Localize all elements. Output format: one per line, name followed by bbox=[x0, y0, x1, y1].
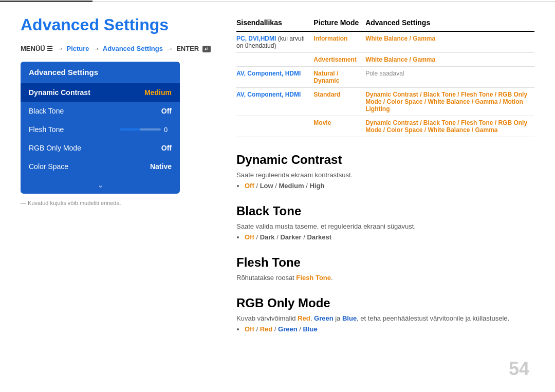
table-row: AV, Component, HDMI Natural / Dynamic Po… bbox=[236, 67, 534, 88]
table-cell-settings-5: Dynamic Contrast / Black Tone / Flesh To… bbox=[365, 116, 534, 137]
panel-title: Advanced Settings bbox=[21, 62, 180, 83]
table-cell-source-4: AV, Component, HDMI bbox=[236, 88, 313, 116]
table-cell-settings-4: Dynamic Contrast / Black Tone / Flesh To… bbox=[365, 88, 534, 116]
table-cell-source-2 bbox=[236, 53, 313, 67]
table-row: Advertisement White Balance / Gamma bbox=[236, 53, 534, 67]
section-title-flesh-tone: Flesh Tone bbox=[236, 255, 534, 270]
list-item: Off / Low / Medium / High bbox=[245, 182, 534, 190]
right-column: Sisendallikas Picture Mode Advanced Sett… bbox=[231, 15, 534, 347]
table-cell-mode-1: Information bbox=[313, 31, 365, 53]
section-options-rgb-only: Off / Red / Green / Blue bbox=[236, 325, 534, 333]
table-cell-mode-4: Standard bbox=[313, 88, 365, 116]
arrow-1: → bbox=[57, 45, 65, 52]
table-cell-source-1: PC, DVI,HDMI (kui arvuti on ühendatud) bbox=[236, 31, 313, 53]
section-desc-black-tone: Saate valida musta taseme, et reguleerid… bbox=[236, 222, 534, 230]
settings-panel: Advanced Settings Dynamic Contrast Mediu… bbox=[21, 62, 180, 194]
black-tone-value: Off bbox=[161, 107, 172, 115]
section-rgb-only: RGB Only Mode Kuvab värvivõimalid Red, G… bbox=[236, 296, 534, 333]
table-row: Movie Dynamic Contrast / Black Tone / Fl… bbox=[236, 116, 534, 137]
section-options-black-tone: Off / Dark / Darker / Darkest bbox=[236, 233, 534, 241]
dynamic-contrast-value: Medium bbox=[144, 88, 172, 97]
panel-item-flesh-tone[interactable]: Flesh Tone 0 bbox=[21, 120, 180, 139]
table-row: PC, DVI,HDMI (kui arvuti on ühendatud) I… bbox=[236, 31, 534, 53]
panel-item-dynamic-contrast[interactable]: Dynamic Contrast Medium bbox=[21, 83, 180, 102]
chevron-down-icon: ⌄ bbox=[97, 180, 104, 189]
page-number: 54 bbox=[509, 358, 529, 380]
image-note: Kuvatud kujutis võib mudeliti erineda. bbox=[21, 200, 211, 206]
section-title-rgb-only: RGB Only Mode bbox=[236, 296, 534, 310]
panel-item-rgb-only[interactable]: RGB Only Mode Off bbox=[21, 139, 180, 157]
table-row: AV, Component, HDMI Standard Dynamic Con… bbox=[236, 88, 534, 116]
enter-text: ENTER bbox=[176, 45, 201, 52]
dynamic-contrast-label: Dynamic Contrast bbox=[29, 88, 90, 97]
table-cell-source-5 bbox=[236, 116, 313, 137]
advanced-settings-link: Advanced Settings bbox=[103, 45, 163, 52]
table-header-source: Sisendallikas bbox=[236, 15, 313, 31]
section-title-dynamic-contrast: Dynamic Contrast bbox=[236, 153, 534, 167]
list-item: Off / Dark / Darker / Darkest bbox=[245, 233, 534, 241]
menu-label: MENÜÜ ☰ bbox=[21, 45, 53, 52]
list-item: Off / Red / Green / Blue bbox=[245, 325, 534, 333]
black-tone-label: Black Tone bbox=[29, 107, 64, 115]
table-cell-settings-1: White Balance / Gamma bbox=[365, 31, 534, 53]
color-space-value: Native bbox=[150, 162, 172, 171]
enter-icon: ↵ bbox=[202, 46, 211, 52]
rgb-only-label: RGB Only Mode bbox=[29, 144, 81, 152]
section-desc-flesh-tone: Rõhutatakse roosat Flesh Tone. bbox=[236, 274, 534, 282]
table-header-settings: Advanced Settings bbox=[365, 15, 534, 31]
info-table: Sisendallikas Picture Mode Advanced Sett… bbox=[236, 15, 534, 137]
table-cell-settings-2: White Balance / Gamma bbox=[365, 53, 534, 67]
table-header-mode: Picture Mode bbox=[313, 15, 365, 31]
menu-path: MENÜÜ ☰ → Picture → Advanced Settings → … bbox=[21, 45, 211, 52]
table-cell-mode-3: Natural / Dynamic bbox=[313, 67, 365, 88]
panel-item-black-tone[interactable]: Black Tone Off bbox=[21, 102, 180, 120]
section-desc-rgb-only: Kuvab värvivõimalid Red, Green ja Blue, … bbox=[236, 314, 534, 322]
page-title: Advanced Settings bbox=[21, 15, 211, 34]
left-column: Advanced Settings MENÜÜ ☰ → Picture → Ad… bbox=[21, 15, 211, 347]
slider-fill bbox=[120, 128, 140, 130]
picture-link: Picture bbox=[67, 45, 89, 52]
table-cell-mode-2: Advertisement bbox=[313, 53, 365, 67]
section-title-black-tone: Black Tone bbox=[236, 204, 534, 218]
table-cell-source-3: AV, Component, HDMI bbox=[236, 67, 313, 88]
section-flesh-tone: Flesh Tone Rõhutatakse roosat Flesh Tone… bbox=[236, 255, 534, 282]
section-dynamic-contrast: Dynamic Contrast Saate reguleerida ekraa… bbox=[236, 153, 534, 190]
table-cell-mode-5: Movie bbox=[313, 116, 365, 137]
arrow-2: → bbox=[92, 45, 101, 52]
table-cell-settings-3: Pole saadaval bbox=[365, 67, 534, 88]
slider-track[interactable] bbox=[120, 128, 161, 130]
rgb-only-value: Off bbox=[161, 144, 172, 152]
flesh-tone-label: Flesh Tone bbox=[29, 125, 64, 134]
section-desc-dynamic-contrast: Saate reguleerida ekraani kontrastsust. bbox=[236, 171, 534, 179]
flesh-tone-value: 0 bbox=[164, 126, 172, 134]
color-space-label: Color Space bbox=[29, 162, 68, 171]
arrow-3: → bbox=[166, 45, 175, 52]
panel-chevron-down[interactable]: ⌄ bbox=[21, 176, 180, 194]
panel-item-color-space[interactable]: Color Space Native bbox=[21, 157, 180, 176]
flesh-tone-slider-container: 0 bbox=[120, 126, 172, 134]
section-options-dynamic-contrast: Off / Low / Medium / High bbox=[236, 182, 534, 190]
section-black-tone: Black Tone Saate valida musta taseme, et… bbox=[236, 204, 534, 241]
